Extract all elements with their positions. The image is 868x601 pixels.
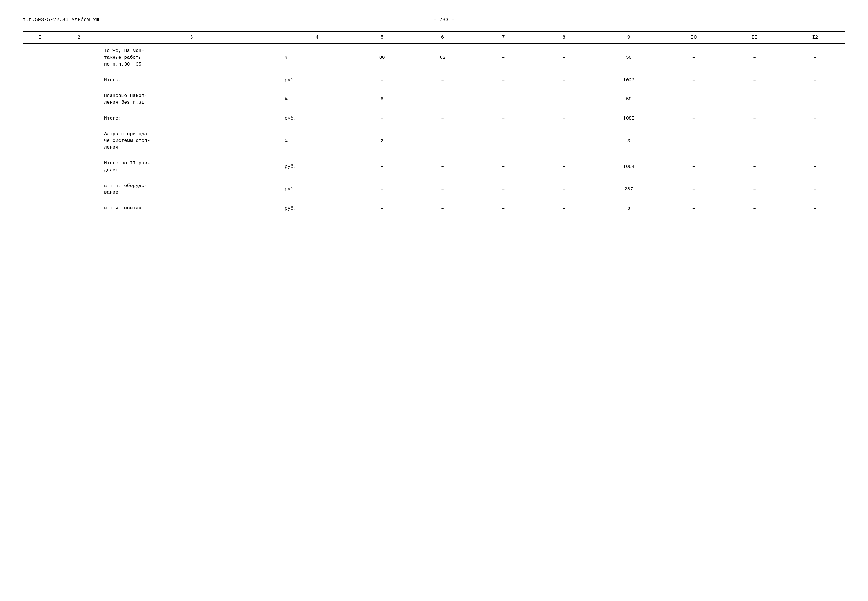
cell-col8: – (534, 127, 594, 153)
cell-description: в т.ч. оборудо- вание (101, 178, 282, 198)
cell-col7: – (473, 201, 533, 214)
cell-unit: % (282, 43, 352, 69)
cell-description: Итого по II раз- делу: (101, 156, 282, 175)
cell-col5: – (352, 178, 412, 198)
col-header-6: 6 (412, 31, 473, 43)
cell-col12: – (785, 43, 845, 69)
cell-col12: – (785, 178, 845, 198)
table-row: Итого:руб.––––I08I––– (23, 111, 845, 124)
col-header-5: 5 (352, 31, 412, 43)
col-header-2: 2 (57, 31, 101, 43)
cell-col10: – (664, 127, 724, 153)
cell-col8: – (534, 156, 594, 175)
col-header-1: I (23, 31, 57, 43)
cell-col9: 3 (594, 127, 664, 153)
cell-col2 (57, 127, 101, 153)
cell-col2 (57, 111, 101, 124)
cell-col7: – (473, 127, 533, 153)
cell-col2 (57, 178, 101, 198)
cell-unit: % (282, 88, 352, 108)
cell-col1 (23, 73, 57, 85)
cell-col7: – (473, 73, 533, 85)
cell-col1 (23, 156, 57, 175)
cell-col1 (23, 111, 57, 124)
col-header-3: 3 (101, 31, 282, 43)
cell-col6: – (412, 127, 473, 153)
cell-description: Затраты при сда- че системы отоп- ления (101, 127, 282, 153)
cell-col10: – (664, 43, 724, 69)
cell-col6: – (412, 201, 473, 214)
cell-col11: – (724, 201, 785, 214)
cell-col5: 8 (352, 88, 412, 108)
cell-col7: – (473, 111, 533, 124)
cell-col2 (57, 43, 101, 69)
col-header-9: 9 (594, 31, 664, 43)
cell-col5: – (352, 201, 412, 214)
cell-col6: – (412, 88, 473, 108)
cell-col5: – (352, 156, 412, 175)
cell-col9: 59 (594, 88, 664, 108)
cell-col10: – (664, 201, 724, 214)
main-table: I 2 3 4 5 6 7 8 9 IO II I2 То же, на мон… (23, 31, 845, 214)
cell-col7: – (473, 178, 533, 198)
cell-col11: – (724, 43, 785, 69)
cell-unit: руб. (282, 111, 352, 124)
cell-col1 (23, 178, 57, 198)
cell-col5: – (352, 73, 412, 85)
col-header-10: IO (664, 31, 724, 43)
cell-col9: I08I (594, 111, 664, 124)
table-row: в т.ч. монтажруб.––––8––– (23, 201, 845, 214)
cell-col8: – (534, 43, 594, 69)
cell-unit: руб. (282, 156, 352, 175)
cell-col1 (23, 43, 57, 69)
cell-col5: 80 (352, 43, 412, 69)
table-row: в т.ч. оборудо- ваниеруб.––––287––– (23, 178, 845, 198)
cell-col6: – (412, 111, 473, 124)
cell-col1 (23, 201, 57, 214)
cell-col2 (57, 73, 101, 85)
col-header-4: 4 (282, 31, 352, 43)
cell-col8: – (534, 73, 594, 85)
cell-unit: % (282, 127, 352, 153)
table-row: Плановые накоп- ления без п.3I%8–––59––– (23, 88, 845, 108)
table-row: Затраты при сда- че системы отоп- ления%… (23, 127, 845, 153)
cell-description: в т.ч. монтаж (101, 201, 282, 214)
col-header-11: II (724, 31, 785, 43)
cell-description: Плановые накоп- ления без п.3I (101, 88, 282, 108)
header-left: т.п.503-5-22.86 Альбом УШ (23, 17, 99, 23)
cell-col12: – (785, 73, 845, 85)
cell-col12: – (785, 201, 845, 214)
col-header-8: 8 (534, 31, 594, 43)
cell-col8: – (534, 178, 594, 198)
cell-col9: 8 (594, 201, 664, 214)
cell-col6: – (412, 178, 473, 198)
col-header-7: 7 (473, 31, 533, 43)
cell-col11: – (724, 156, 785, 175)
cell-unit: руб. (282, 73, 352, 85)
cell-col11: – (724, 178, 785, 198)
cell-col12: – (785, 111, 845, 124)
cell-col12: – (785, 156, 845, 175)
cell-col11: – (724, 88, 785, 108)
cell-description: Итого: (101, 111, 282, 124)
main-table-container: I 2 3 4 5 6 7 8 9 IO II I2 То же, на мон… (23, 31, 845, 214)
cell-col5: – (352, 111, 412, 124)
cell-col1 (23, 88, 57, 108)
cell-col2 (57, 201, 101, 214)
cell-col2 (57, 156, 101, 175)
cell-col6: – (412, 73, 473, 85)
cell-col10: – (664, 111, 724, 124)
cell-col8: – (534, 111, 594, 124)
cell-col6: – (412, 156, 473, 175)
cell-col7: – (473, 43, 533, 69)
cell-col10: – (664, 178, 724, 198)
cell-col1 (23, 127, 57, 153)
cell-col12: – (785, 88, 845, 108)
cell-col9: I022 (594, 73, 664, 85)
cell-col11: – (724, 111, 785, 124)
table-row: Итого:руб.––––I022––– (23, 73, 845, 85)
cell-col5: 2 (352, 127, 412, 153)
cell-description: То же, на мон- тажные работы по п.п.30, … (101, 43, 282, 69)
cell-col6: 62 (412, 43, 473, 69)
page-number: – 283 – (99, 17, 789, 23)
